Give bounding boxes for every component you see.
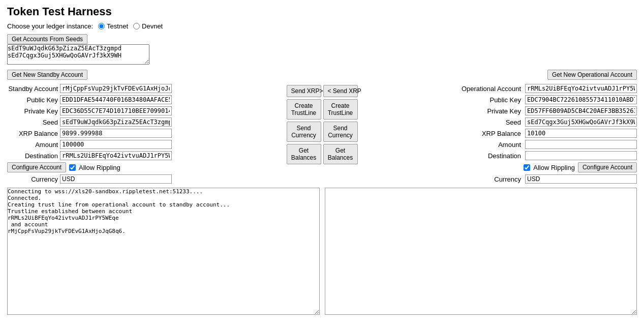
standby-header: Get New Standby Account <box>7 70 282 80</box>
send-currency-standby-button[interactable]: Send Currency <box>287 122 321 142</box>
operational-currency-row: Currency <box>363 174 637 184</box>
standby-log-textarea[interactable] <box>7 188 320 315</box>
send-xrp-button[interactable]: Send XRP> <box>287 85 321 97</box>
operational-privkey-row: Private Key <box>363 106 637 115</box>
ledger-selector-row: Choose your ledger instance: Testnet Dev… <box>7 22 637 30</box>
create-trustline-standby-button[interactable]: Create TrustLine <box>287 99 321 120</box>
standby-amount-input[interactable] <box>60 140 172 149</box>
operational-account-input[interactable] <box>525 84 637 93</box>
send-xrp-row: Send XRP> < Send XRP <box>287 85 358 97</box>
standby-seed-row: Seed <box>7 117 282 127</box>
operational-currency-label: Currency <box>494 175 521 183</box>
operational-xrp-input[interactable] <box>525 129 637 138</box>
standby-privkey-label: Private Key <box>7 107 58 115</box>
operational-account-label: Operational Account <box>462 85 521 93</box>
standby-currency-row: Currency <box>7 174 282 184</box>
operational-amount-label: Amount <box>498 141 521 149</box>
create-trustline-row: Create TrustLine Create TrustLine <box>287 99 358 120</box>
standby-pubkey-input[interactable] <box>60 95 172 104</box>
get-accounts-from-seeds-button[interactable]: Get Accounts From Seeds <box>7 34 87 44</box>
operational-pubkey-label: Public Key <box>490 96 521 104</box>
get-new-standby-account-button[interactable]: Get New Standby Account <box>7 70 87 80</box>
standby-pubkey-row: Public Key <box>7 95 282 104</box>
standby-allow-rippling-label: Allow Rippling <box>79 164 120 171</box>
standby-pubkey-label: Public Key <box>7 96 58 104</box>
standby-allow-rippling-checkbox[interactable] <box>69 164 76 171</box>
create-trustline-operational-button[interactable]: Create TrustLine <box>323 99 358 120</box>
standby-configure-button[interactable]: Configure Account <box>7 162 66 172</box>
standby-currency-input[interactable] <box>60 174 172 184</box>
standby-amount-row: Amount <box>7 140 282 149</box>
operational-destination-row: Destination <box>363 151 637 160</box>
standby-seed-label: Seed <box>7 119 58 126</box>
send-currency-row: Send Currency Send Currency <box>287 122 358 142</box>
ledger-label: Choose your ledger instance: <box>7 22 93 30</box>
operational-amount-input[interactable] <box>525 140 637 149</box>
operational-currency-input[interactable] <box>525 174 637 184</box>
operational-panel: Get New Operational Account Operational … <box>363 70 637 184</box>
operational-seed-row: Seed <box>363 117 637 127</box>
standby-destination-label: Destination <box>7 152 58 160</box>
operational-configure-row: Allow Rippling Configure Account <box>363 162 637 172</box>
standby-xrp-label: XRP Balance <box>7 130 58 137</box>
center-panel: Send XRP> < Send XRP Create TrustLine Cr… <box>287 70 358 164</box>
operational-pubkey-row: Public Key <box>363 95 637 104</box>
send-currency-operational-button[interactable]: Send Currency <box>323 122 358 142</box>
standby-privkey-row: Private Key <box>7 106 282 115</box>
operational-xrp-row: XRP Balance <box>363 129 637 138</box>
main-grid: Get New Standby Account Standby Account … <box>7 70 637 184</box>
seeds-textarea[interactable] <box>7 44 149 65</box>
testnet-label: Testnet <box>107 22 128 30</box>
operational-seed-label: Seed <box>506 119 521 126</box>
standby-currency-label: Currency <box>7 175 58 183</box>
operational-xrp-label: XRP Balance <box>482 130 521 137</box>
operational-allow-rippling-checkbox[interactable] <box>524 164 530 171</box>
page-title: Token Test Harness <box>7 5 637 18</box>
testnet-radio[interactable] <box>98 23 105 29</box>
devnet-radio[interactable] <box>133 23 140 29</box>
testnet-option[interactable]: Testnet <box>98 22 128 30</box>
standby-panel: Get New Standby Account Standby Account … <box>7 70 282 184</box>
operational-amount-row: Amount <box>363 140 637 149</box>
standby-account-input[interactable] <box>60 84 172 93</box>
standby-account-label: Standby Account <box>7 85 58 93</box>
operational-seed-input[interactable] <box>525 117 637 127</box>
operational-destination-label: Destination <box>488 152 521 160</box>
standby-destination-input[interactable] <box>60 151 172 160</box>
devnet-option[interactable]: Devnet <box>133 22 163 30</box>
get-new-operational-account-button[interactable]: Get New Operational Account <box>547 70 637 80</box>
standby-destination-row: Destination <box>7 151 282 160</box>
send-xrp-back-button[interactable]: < Send XRP <box>323 85 358 97</box>
standby-amount-label: Amount <box>7 141 58 149</box>
operational-configure-button[interactable]: Configure Account <box>578 162 637 172</box>
logs-row <box>7 188 637 315</box>
operational-privkey-input[interactable] <box>525 106 637 115</box>
get-balances-standby-button[interactable]: Get Balances <box>287 144 321 164</box>
operational-log-textarea[interactable] <box>325 188 637 315</box>
standby-xrp-row: XRP Balance <box>7 129 282 138</box>
standby-account-row: Standby Account <box>7 84 282 93</box>
get-balances-row: Get Balances Get Balances <box>287 144 358 164</box>
operational-destination-input[interactable] <box>525 151 637 160</box>
devnet-label: Devnet <box>142 22 163 30</box>
standby-xrp-input[interactable] <box>60 129 172 138</box>
operational-privkey-label: Private Key <box>487 107 521 115</box>
operational-pubkey-input[interactable] <box>525 95 637 104</box>
standby-privkey-input[interactable] <box>60 106 172 115</box>
standby-configure-row: Configure Account Allow Rippling <box>7 162 282 172</box>
standby-seed-input[interactable] <box>60 117 172 127</box>
get-balances-operational-button[interactable]: Get Balances <box>323 144 358 164</box>
operational-account-row: Operational Account <box>363 84 637 93</box>
operational-header: Get New Operational Account <box>363 70 637 80</box>
operational-allow-rippling-label: Allow Rippling <box>533 164 575 171</box>
